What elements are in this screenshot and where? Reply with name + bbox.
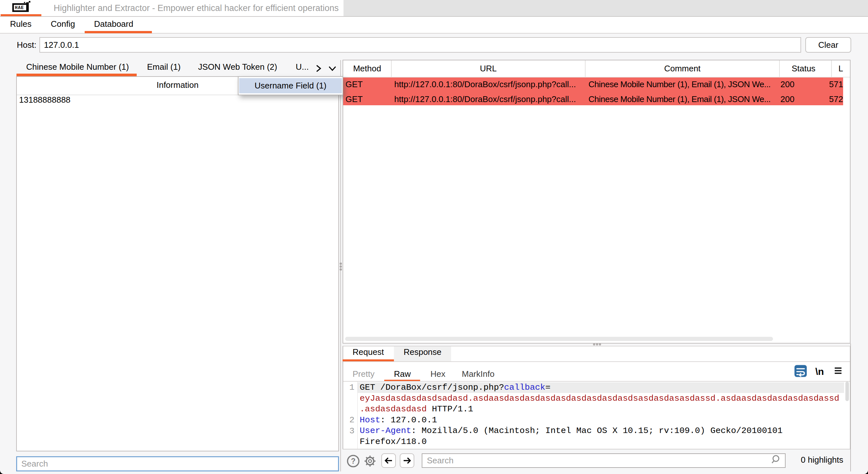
svg-text:?: ? [351,457,355,465]
